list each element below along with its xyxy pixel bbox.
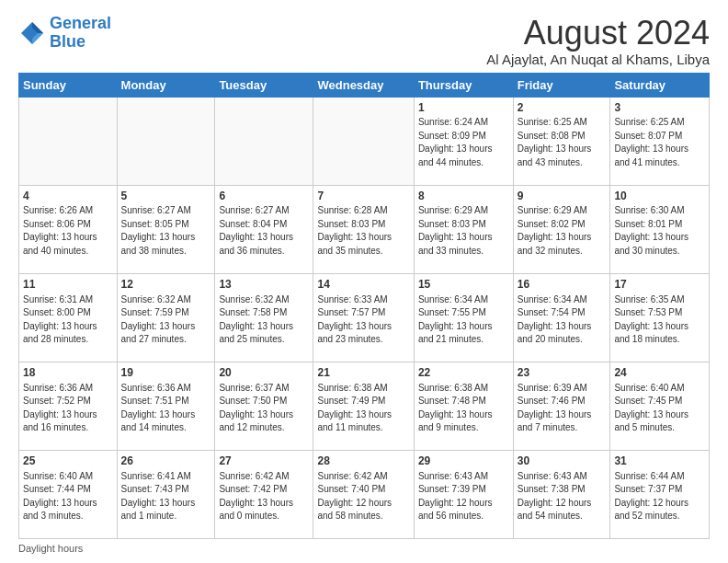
day-info: Sunrise: 6:26 AM Sunset: 8:06 PM Dayligh… [23, 204, 113, 258]
calendar-cell: 17Sunrise: 6:35 AM Sunset: 7:53 PM Dayli… [610, 273, 710, 362]
logo: General Blue [18, 15, 111, 52]
location: Al Ajaylat, An Nuqat al Khams, Libya [486, 52, 710, 67]
calendar-cell: 19Sunrise: 6:36 AM Sunset: 7:51 PM Dayli… [117, 362, 215, 450]
calendar-cell: 30Sunrise: 6:43 AM Sunset: 7:38 PM Dayli… [513, 450, 610, 538]
calendar-cell: 13Sunrise: 6:32 AM Sunset: 7:58 PM Dayli… [215, 273, 313, 362]
day-info: Sunrise: 6:40 AM Sunset: 7:45 PM Dayligh… [614, 382, 705, 435]
calendar-cell: 31Sunrise: 6:44 AM Sunset: 7:37 PM Dayli… [610, 450, 710, 538]
day-number: 9 [518, 189, 607, 204]
day-info: Sunrise: 6:44 AM Sunset: 7:37 PM Dayligh… [614, 470, 705, 523]
calendar-cell: 22Sunrise: 6:38 AM Sunset: 7:48 PM Dayli… [414, 362, 513, 450]
day-number: 30 [518, 454, 607, 469]
day-info: Sunrise: 6:32 AM Sunset: 7:58 PM Dayligh… [219, 293, 309, 347]
calendar-cell: 18Sunrise: 6:36 AM Sunset: 7:52 PM Dayli… [19, 362, 118, 450]
calendar-cell: 16Sunrise: 6:34 AM Sunset: 7:54 PM Dayli… [513, 273, 610, 362]
day-number: 1 [418, 100, 509, 116]
day-number: 23 [518, 365, 607, 381]
calendar-header-sunday: Sunday [19, 73, 118, 97]
calendar-cell: 10Sunrise: 6:30 AM Sunset: 8:01 PM Dayli… [610, 185, 710, 273]
calendar-cell: 7Sunrise: 6:28 AM Sunset: 8:03 PM Daylig… [313, 185, 414, 273]
day-info: Sunrise: 6:28 AM Sunset: 8:03 PM Dayligh… [317, 204, 409, 258]
day-number: 19 [121, 365, 211, 381]
day-number: 31 [614, 454, 705, 469]
day-number: 7 [317, 189, 409, 204]
day-info: Sunrise: 6:34 AM Sunset: 7:55 PM Dayligh… [418, 293, 509, 347]
logo-line2: Blue [50, 32, 85, 51]
calendar-cell: 21Sunrise: 6:38 AM Sunset: 7:49 PM Dayli… [313, 362, 414, 450]
day-number: 10 [614, 189, 705, 204]
day-number: 14 [317, 277, 409, 293]
day-info: Sunrise: 6:36 AM Sunset: 7:51 PM Dayligh… [121, 382, 211, 435]
day-number: 29 [418, 454, 509, 469]
calendar-cell: 25Sunrise: 6:40 AM Sunset: 7:44 PM Dayli… [19, 450, 118, 538]
day-number: 11 [23, 277, 113, 293]
logo-line1: General [50, 14, 111, 32]
calendar-header-friday: Friday [513, 73, 610, 97]
day-info: Sunrise: 6:43 AM Sunset: 7:38 PM Dayligh… [518, 470, 607, 523]
calendar-cell: 26Sunrise: 6:41 AM Sunset: 7:43 PM Dayli… [117, 450, 215, 538]
day-number: 16 [518, 277, 607, 293]
logo-text: General Blue [50, 15, 111, 52]
calendar-cell [19, 97, 118, 185]
day-number: 24 [614, 365, 705, 381]
calendar-cell: 8Sunrise: 6:29 AM Sunset: 8:03 PM Daylig… [414, 185, 513, 273]
day-number: 20 [219, 365, 309, 381]
day-info: Sunrise: 6:31 AM Sunset: 8:00 PM Dayligh… [23, 293, 113, 347]
calendar-week-0: 1Sunrise: 6:24 AM Sunset: 8:09 PM Daylig… [19, 97, 710, 185]
calendar-header-monday: Monday [117, 73, 215, 97]
day-number: 17 [614, 277, 705, 293]
calendar-cell: 6Sunrise: 6:27 AM Sunset: 8:04 PM Daylig… [215, 185, 313, 273]
day-info: Sunrise: 6:43 AM Sunset: 7:39 PM Dayligh… [418, 470, 509, 523]
calendar-header-tuesday: Tuesday [215, 73, 313, 97]
day-info: Sunrise: 6:33 AM Sunset: 7:57 PM Dayligh… [317, 293, 409, 347]
calendar-header-saturday: Saturday [610, 73, 710, 97]
day-info: Sunrise: 6:40 AM Sunset: 7:44 PM Dayligh… [23, 470, 113, 523]
day-number: 8 [418, 189, 509, 204]
calendar-cell: 24Sunrise: 6:40 AM Sunset: 7:45 PM Dayli… [610, 362, 710, 450]
day-number: 25 [23, 454, 113, 469]
day-info: Sunrise: 6:25 AM Sunset: 8:07 PM Dayligh… [614, 116, 705, 169]
calendar-cell: 28Sunrise: 6:42 AM Sunset: 7:40 PM Dayli… [313, 450, 414, 538]
calendar-cell: 11Sunrise: 6:31 AM Sunset: 8:00 PM Dayli… [19, 273, 118, 362]
calendar-cell: 29Sunrise: 6:43 AM Sunset: 7:39 PM Dayli… [414, 450, 513, 538]
day-info: Sunrise: 6:39 AM Sunset: 7:46 PM Dayligh… [518, 382, 607, 435]
day-info: Sunrise: 6:34 AM Sunset: 7:54 PM Dayligh… [518, 293, 607, 347]
calendar-header-wednesday: Wednesday [313, 73, 414, 97]
day-info: Sunrise: 6:38 AM Sunset: 7:49 PM Dayligh… [317, 382, 409, 435]
day-number: 18 [23, 365, 113, 381]
day-number: 2 [518, 100, 607, 116]
day-number: 3 [614, 100, 705, 116]
day-number: 5 [121, 189, 211, 204]
day-number: 6 [219, 189, 309, 204]
calendar-cell: 3Sunrise: 6:25 AM Sunset: 8:07 PM Daylig… [610, 97, 710, 185]
day-info: Sunrise: 6:32 AM Sunset: 7:59 PM Dayligh… [121, 293, 211, 347]
header: General Blue August 2024 Al Ajaylat, An … [18, 15, 710, 67]
calendar-cell: 27Sunrise: 6:42 AM Sunset: 7:42 PM Dayli… [215, 450, 313, 538]
calendar-cell: 2Sunrise: 6:25 AM Sunset: 8:08 PM Daylig… [513, 97, 610, 185]
calendar-week-4: 25Sunrise: 6:40 AM Sunset: 7:44 PM Dayli… [19, 450, 710, 538]
day-info: Sunrise: 6:38 AM Sunset: 7:48 PM Dayligh… [418, 382, 509, 435]
day-number: 4 [23, 189, 113, 204]
calendar-cell [215, 97, 313, 185]
day-info: Sunrise: 6:36 AM Sunset: 7:52 PM Dayligh… [23, 382, 113, 435]
day-info: Sunrise: 6:42 AM Sunset: 7:40 PM Dayligh… [317, 470, 409, 523]
calendar-cell: 5Sunrise: 6:27 AM Sunset: 8:05 PM Daylig… [117, 185, 215, 273]
day-number: 12 [121, 277, 211, 293]
calendar-cell: 9Sunrise: 6:29 AM Sunset: 8:02 PM Daylig… [513, 185, 610, 273]
calendar-week-1: 4Sunrise: 6:26 AM Sunset: 8:06 PM Daylig… [19, 185, 710, 273]
day-info: Sunrise: 6:27 AM Sunset: 8:05 PM Dayligh… [121, 204, 211, 258]
day-number: 27 [219, 454, 309, 469]
calendar-cell [313, 97, 414, 185]
calendar-header-row: SundayMondayTuesdayWednesdayThursdayFrid… [19, 73, 710, 97]
day-number: 28 [317, 454, 409, 469]
day-number: 26 [121, 454, 211, 469]
calendar-cell: 4Sunrise: 6:26 AM Sunset: 8:06 PM Daylig… [19, 185, 118, 273]
day-number: 22 [418, 365, 509, 381]
calendar-week-2: 11Sunrise: 6:31 AM Sunset: 8:00 PM Dayli… [19, 273, 710, 362]
day-number: 21 [317, 365, 409, 381]
day-number: 13 [219, 277, 309, 293]
logo-icon [18, 19, 46, 47]
day-info: Sunrise: 6:29 AM Sunset: 8:03 PM Dayligh… [418, 204, 509, 258]
day-info: Sunrise: 6:25 AM Sunset: 8:08 PM Dayligh… [518, 116, 607, 169]
day-number: 15 [418, 277, 509, 293]
